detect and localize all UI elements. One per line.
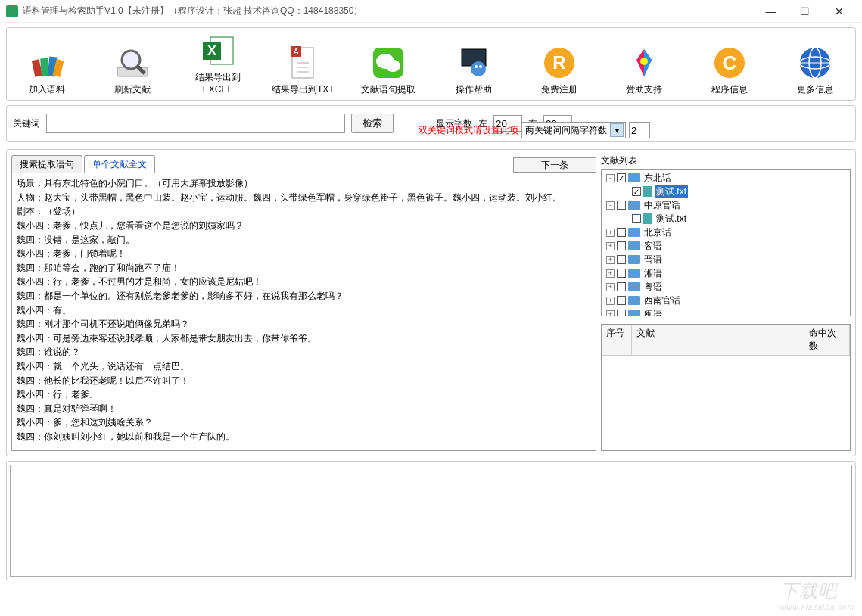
- tree-file[interactable]: 测试.txt: [603, 185, 848, 198]
- tree-checkbox[interactable]: [617, 228, 626, 237]
- tree-folder[interactable]: +晋语: [603, 253, 848, 266]
- tree-checkbox[interactable]: [617, 255, 626, 264]
- text-line: 魏小四：有。: [17, 303, 591, 318]
- tree-folder[interactable]: +客语: [603, 239, 848, 253]
- tree-toggle-icon[interactable]: -: [606, 174, 615, 182]
- tree-label: 西南官话: [643, 294, 682, 307]
- tree-label: 晋语: [643, 254, 664, 266]
- tree-toggle-icon[interactable]: +: [606, 297, 615, 305]
- hit-table: 序号 文献 命中次数: [601, 324, 851, 451]
- toolbar-item-magnifier[interactable]: 刷新文献: [95, 31, 170, 97]
- tab-full-text[interactable]: 单个文献全文: [84, 155, 155, 173]
- toolbar-label: 更多信息: [797, 84, 833, 96]
- tree-label: 客语: [643, 240, 664, 253]
- wechat-icon: [370, 45, 406, 81]
- tree-toggle-icon[interactable]: -: [606, 201, 615, 210]
- tree-folder[interactable]: -东北话: [603, 171, 848, 185]
- toolbar-item-sponsor[interactable]: 赞助支持: [607, 31, 681, 97]
- tree-toggle-icon[interactable]: +: [606, 269, 615, 278]
- watermark: 下载吧 www.xiazaiba.com: [780, 579, 854, 611]
- text-line: 魏小四：老爹，快点儿，您看看这个是您说的刘姨家吗？: [17, 219, 591, 233]
- tree-toggle-icon[interactable]: +: [606, 310, 615, 317]
- main-area: 搜索提取语句 单个文献全文 下一条 场景：具有东北特色的小院门口。（可用大屏幕投…: [6, 149, 856, 456]
- toolbar-item-books[interactable]: 加入语料: [10, 31, 84, 97]
- txt-icon: A: [285, 45, 321, 81]
- tree-checkbox[interactable]: [617, 241, 626, 250]
- next-button[interactable]: 下一条: [513, 157, 596, 173]
- window-controls: — ☐ ✕: [754, 1, 856, 22]
- toolbar-item-info[interactable]: C程序信息: [692, 31, 767, 97]
- tree-checkbox[interactable]: [617, 269, 626, 278]
- toolbar-label: 结果导出到TXT: [272, 84, 335, 96]
- titlebar: 语料管理与检索助手V1.0【未注册】（程序设计：张超 技术咨询QQ：148418…: [0, 0, 862, 23]
- tree-toggle-icon[interactable]: +: [606, 242, 615, 250]
- th-index[interactable]: 序号: [602, 325, 632, 355]
- tree-checkbox[interactable]: [632, 214, 641, 223]
- th-document[interactable]: 文献: [632, 325, 804, 355]
- tabs-row: 搜索提取语句 单个文献全文 下一条: [11, 154, 596, 173]
- tree-file[interactable]: 测试.txt: [603, 212, 848, 226]
- text-line: 魏四：他长的比我还老呢！以后不许叫了！: [17, 374, 591, 388]
- tree-folder[interactable]: -中原官话: [603, 198, 848, 212]
- right-column: 文献列表 -东北话测试.txt-中原官话测试.txt+北京话+客语+晋语+湘语+…: [601, 154, 851, 451]
- more-icon: [797, 45, 833, 81]
- tree-checkbox[interactable]: [617, 310, 626, 316]
- text-line: 魏小四：就一个光头，说话还有一点结巴。: [17, 359, 591, 374]
- separator-combo[interactable]: 两关键词间隔字符数 ▾: [521, 122, 626, 138]
- minimize-button[interactable]: —: [754, 1, 788, 22]
- folder-icon: [628, 269, 640, 278]
- close-button[interactable]: ✕: [822, 1, 856, 22]
- help-icon: [456, 45, 492, 81]
- excel-icon: X: [200, 33, 236, 69]
- tree-label: 粤语: [643, 281, 664, 294]
- toolbar-item-register[interactable]: R免费注册: [522, 31, 596, 97]
- tabs: 搜索提取语句 单个文献全文: [11, 155, 157, 173]
- file-icon: [643, 213, 652, 224]
- text-line: 人物：赵大宝，头带黑帽，黑色中山装。赵小宝，运动服。魏四，头带绿色军帽，身穿绿色…: [17, 191, 591, 205]
- tree-checkbox[interactable]: [617, 296, 626, 305]
- toolbar-item-wechat[interactable]: 文献语句提取: [351, 31, 425, 97]
- table-header: 序号 文献 命中次数: [602, 325, 850, 356]
- tree-folder[interactable]: +湘语: [603, 266, 848, 280]
- toolbar-panel: 加入语料刷新文献X结果导出到EXCELA结果导出到TXT文献语句提取操作帮助R免…: [6, 27, 856, 101]
- tree-checkbox[interactable]: [617, 282, 626, 291]
- tree-checkbox[interactable]: [617, 173, 626, 182]
- maximize-button[interactable]: ☐: [788, 1, 822, 22]
- tree-folder[interactable]: +西南官话: [603, 294, 848, 307]
- tree-folder[interactable]: +闽语: [603, 307, 848, 316]
- text-line: 魏小四：爹，您和这刘姨啥关系？: [17, 415, 591, 430]
- toolbar-item-more[interactable]: 更多信息: [778, 31, 852, 97]
- toolbar-item-excel[interactable]: X结果导出到EXCEL: [181, 31, 255, 97]
- svg-text:X: X: [207, 43, 216, 58]
- text-line: 魏小四：行，老爹，不过男的才是和尚，女的应该是尼姑吧！: [17, 275, 591, 289]
- toolbar-item-help[interactable]: 操作帮助: [437, 31, 511, 97]
- text-line: 剧本：（登场）: [17, 204, 591, 219]
- tab-search-extract[interactable]: 搜索提取语句: [11, 155, 82, 173]
- separator-value-input[interactable]: [629, 122, 650, 138]
- document-text[interactable]: 场景：具有东北特色的小院门口。（可用大屏幕投放影像）人物：赵大宝，头带黑帽，黑色…: [11, 173, 596, 451]
- tree-toggle-icon[interactable]: +: [606, 256, 615, 264]
- tree-checkbox[interactable]: [632, 187, 641, 196]
- tree-toggle-icon[interactable]: +: [606, 229, 615, 237]
- text-line: 魏小四：可是旁边乘客还说我孝顺，人家都是带女朋友出去，你带你爷爷。: [17, 331, 591, 346]
- th-hits[interactable]: 命中次数: [804, 325, 850, 355]
- folder-icon: [628, 173, 640, 182]
- tree-checkbox[interactable]: [617, 201, 626, 210]
- tree-folder[interactable]: +北京话: [603, 226, 848, 239]
- svg-point-22: [475, 65, 478, 68]
- log-textarea[interactable]: [10, 465, 852, 577]
- text-line: 魏小四：老爹，门锁着呢！: [17, 247, 591, 261]
- chevron-down-icon[interactable]: ▾: [610, 123, 624, 137]
- tree-folder[interactable]: +粤语: [603, 280, 848, 294]
- toolbar-item-txt[interactable]: A结果导出到TXT: [266, 31, 340, 97]
- document-tree[interactable]: -东北话测试.txt-中原官话测试.txt+北京话+客语+晋语+湘语+粤语+西南…: [601, 169, 851, 316]
- books-icon: [29, 45, 65, 81]
- sponsor-icon: [626, 45, 662, 81]
- tree-toggle-icon[interactable]: +: [606, 283, 615, 291]
- tree-label: 北京话: [643, 226, 673, 239]
- magnifier-icon: [114, 45, 151, 81]
- svg-point-18: [385, 60, 400, 72]
- tree-label: 测试.txt: [655, 213, 688, 226]
- bottom-panel: [6, 461, 856, 580]
- svg-text:R: R: [552, 52, 565, 73]
